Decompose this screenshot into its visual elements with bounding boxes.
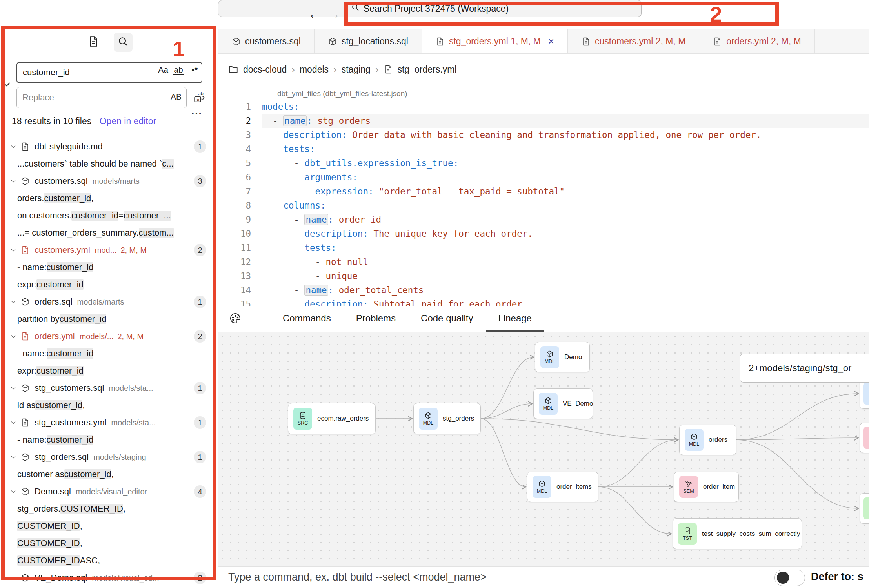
- replace-input[interactable]: Replace AB: [16, 87, 187, 108]
- code-editor[interactable]: dbt_yml_files (dbt_yml_files-latest.json…: [218, 82, 869, 306]
- model-cube-icon: [231, 37, 241, 46]
- lineage-node-orders[interactable]: MDLorders: [679, 425, 736, 455]
- lineage-edge: [736, 440, 858, 508]
- breadcrumb-segment[interactable]: docs-cloud: [243, 64, 287, 75]
- node-kind-badge: [863, 497, 869, 519]
- search-result-match-row[interactable]: expr: customer_id: [0, 276, 218, 293]
- search-result-file-row[interactable]: stg_customers.sqlmodels/sta...1: [0, 379, 218, 397]
- defer-toggle[interactable]: [774, 570, 805, 586]
- node-kind-badge: [863, 383, 869, 405]
- regex-toggle[interactable]: ▪*: [187, 65, 202, 74]
- match-text: ,: [91, 193, 93, 203]
- chevron-down-icon[interactable]: [10, 419, 16, 426]
- search-result-match-row[interactable]: customer as customer_id,: [0, 466, 218, 483]
- tab-orders.yml[interactable]: orders.yml 2, M, M: [699, 29, 814, 53]
- search-result-match-row[interactable]: id as customer_id,: [0, 397, 218, 414]
- search-result-file-row[interactable]: customers.ymlmod...2, M, M2: [0, 241, 218, 259]
- theme-palette-button[interactable]: [218, 306, 253, 332]
- lineage-node-partial[interactable]: [860, 423, 869, 453]
- search-result-match-row[interactable]: - name: customer_id: [0, 259, 218, 276]
- breadcrumb-segment[interactable]: models: [300, 64, 329, 75]
- node-label: stg_orders: [443, 415, 474, 423]
- code-token: -: [262, 116, 283, 126]
- lineage-node-order_item[interactable]: SEMorder_item: [674, 472, 739, 502]
- lineage-node-VE_Demo[interactable]: MDLVE_Demo: [533, 388, 593, 419]
- search-result-match-row[interactable]: - name: customer_id: [0, 431, 218, 448]
- chevron-down-icon[interactable]: [10, 178, 16, 184]
- search-result-match-row[interactable]: - name: customer_id: [0, 345, 218, 362]
- panel-tab-problems[interactable]: Problems: [344, 306, 408, 332]
- line-content: columns:: [262, 198, 869, 212]
- chevron-down-icon[interactable]: [10, 575, 16, 581]
- lineage-node-test_supply_costs_sum_correctly[interactable]: TSTtest_supply_costs_sum_correctly: [673, 518, 802, 549]
- match-case-toggle[interactable]: Aa: [156, 65, 170, 74]
- search-result-match-row[interactable]: orders.customer_id,: [0, 190, 218, 207]
- results-summary: 18 results in 10 files - Open in editor: [12, 116, 208, 127]
- lineage-node-ecom.raw_orders[interactable]: SRCecom.raw_orders: [288, 403, 376, 434]
- lineage-node-stg_orders[interactable]: MDLstg_orders: [413, 403, 481, 434]
- doc-icon: [435, 37, 445, 46]
- search-result-match-row[interactable]: expr: customer_id: [0, 362, 218, 379]
- search-result-match-row[interactable]: CUSTOMER_ID,: [0, 535, 218, 552]
- search-result-match-row[interactable]: ...customers` table should be named `c..…: [0, 155, 218, 172]
- command-input[interactable]: Type a command, ex. dbt build --select <…: [228, 571, 487, 583]
- breadcrumb-segment[interactable]: staging: [342, 64, 371, 75]
- lineage-canvas[interactable]: SRCecom.raw_ordersMDLstg_ordersMDLDemoMD…: [218, 332, 869, 566]
- search-result-match-row[interactable]: on customers.customer_id = customer_...: [0, 207, 218, 224]
- chevron-down-icon[interactable]: [10, 385, 16, 391]
- match-count-badge: 2: [194, 330, 206, 343]
- match-highlight: customer_id: [64, 469, 111, 479]
- chevron-down-icon[interactable]: [10, 143, 16, 150]
- code-token: order_id: [333, 214, 381, 225]
- whole-word-toggle[interactable]: ab: [173, 65, 184, 75]
- file-explorer-icon[interactable]: [84, 33, 103, 52]
- tab-stg_locations.sql[interactable]: stg_locations.sql: [315, 29, 422, 53]
- search-result-file-row[interactable]: customers.sqlmodels/marts3: [0, 172, 218, 190]
- chevron-down-icon[interactable]: [2, 79, 12, 91]
- project-search-bar[interactable]: Search Project 372475 (Workspace): [218, 0, 642, 17]
- tab-customers.yml[interactable]: customers.yml 2, M, M: [568, 29, 699, 53]
- lineage-node-order_items[interactable]: MDLorder_items: [527, 472, 598, 502]
- chevron-down-icon[interactable]: [10, 247, 16, 253]
- search-result-file-row[interactable]: Demo.sqlmodels/visual_editor4: [0, 483, 218, 500]
- search-result-match-row[interactable]: ...= customer_orders_summary.custom...: [0, 224, 218, 241]
- search-result-file-row[interactable]: stg_customers.ymlmodels/sta...1: [0, 414, 218, 431]
- search-result-file-row[interactable]: stg_orders.sqlmodels/staging1: [0, 448, 218, 466]
- project-search-label: Search Project 372475 (Workspace): [364, 4, 509, 14]
- panel-tab-code-quality[interactable]: Code quality: [408, 306, 485, 332]
- lineage-node-Demo[interactable]: MDLDemo: [535, 342, 590, 372]
- close-icon[interactable]: ×: [548, 35, 554, 47]
- lineage-filter-input[interactable]: 2+models/staging/stg_or: [740, 354, 869, 383]
- lineage-node-partial[interactable]: [860, 493, 869, 524]
- search-result-file-row[interactable]: VE_Demo.sqlmodels/visual_ed...2: [0, 569, 218, 586]
- tab-customers.sql[interactable]: customers.sql: [218, 29, 315, 53]
- search-mode-icon[interactable]: [114, 33, 133, 52]
- code-line: 14 - name: oder_total_cents: [218, 283, 869, 297]
- tab-stg_orders.yml[interactable]: stg_orders.yml 1, M, M×: [422, 29, 568, 53]
- search-icon: [351, 3, 360, 14]
- chevron-down-icon[interactable]: [10, 299, 16, 305]
- search-result-match-row[interactable]: stg_orders.CUSTOMER_ID,: [0, 500, 218, 517]
- node-kind-code: MDL: [545, 359, 555, 364]
- more-actions-button[interactable]: ...: [191, 105, 202, 117]
- preserve-case-toggle[interactable]: AB: [171, 92, 182, 102]
- panel-tab-lineage[interactable]: Lineage: [486, 306, 544, 332]
- chevron-down-icon[interactable]: [10, 454, 16, 460]
- chevron-down-icon[interactable]: [10, 333, 16, 339]
- file-name: stg_orders.sql: [35, 452, 89, 462]
- search-result-file-row[interactable]: dbt-styleguide.md1: [0, 138, 218, 155]
- panel-tab-commands[interactable]: Commands: [270, 306, 344, 332]
- replace-all-icon[interactable]: abac: [193, 90, 206, 105]
- search-result-file-row[interactable]: orders.sqlmodels/marts1: [0, 293, 218, 310]
- search-result-match-row[interactable]: partition by customer_id: [0, 310, 218, 328]
- back-arrow-icon[interactable]: ←: [308, 5, 322, 22]
- chevron-down-icon[interactable]: [10, 488, 16, 495]
- search-result-match-row[interactable]: CUSTOMER_ID ASC,: [0, 552, 218, 569]
- model-cube-icon: [20, 573, 30, 583]
- match-count-badge: 1: [194, 416, 206, 429]
- divider: [0, 56, 218, 56]
- open-in-editor-link[interactable]: Open in editor: [100, 116, 156, 126]
- search-result-match-row[interactable]: CUSTOMER_ID,: [0, 517, 218, 535]
- lineage-node-partial[interactable]: [860, 378, 869, 409]
- search-result-file-row[interactable]: orders.ymlmodels/...2, M, M2: [0, 328, 218, 345]
